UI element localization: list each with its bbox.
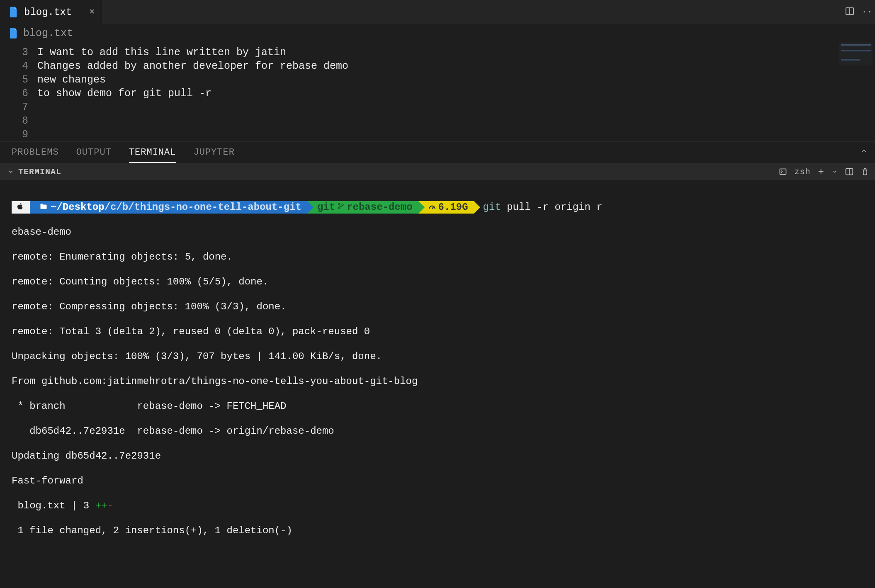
terminal-shell-icon[interactable] <box>779 168 787 176</box>
terminal[interactable]: ~/Desktop/c/b/things-no-one-tell-about-g… <box>0 180 875 588</box>
terminal-command: git pull -r origin r <box>483 201 603 214</box>
line-number: 9 <box>0 128 28 141</box>
code-line[interactable]: Changes added by another developer for r… <box>37 59 348 73</box>
code-line[interactable]: new changes <box>37 73 348 87</box>
minimap[interactable] <box>839 42 873 66</box>
split-editor-icon[interactable] <box>845 7 854 18</box>
terminal-output-line: 1 file changed, 2 insertions(+), 1 delet… <box>12 525 863 537</box>
gauge-icon <box>428 201 436 214</box>
line-number: 7 <box>0 100 28 114</box>
prompt-disk-segment: 6.19G <box>418 201 474 214</box>
svg-point-5 <box>338 203 340 205</box>
more-actions-icon[interactable]: ·· <box>862 7 873 17</box>
tab-jupyter[interactable]: JUPYTER <box>193 142 234 163</box>
terminal-header-label: TERMINAL <box>18 167 61 177</box>
terminal-output-line: remote: Counting objects: 100% (5/5), do… <box>12 276 863 288</box>
code-lines[interactable]: I want to add this line written by jatin… <box>37 46 348 141</box>
folder-icon <box>40 201 47 214</box>
terminal-output-line: db65d42..7e2931e rebase-demo -> origin/r… <box>12 425 863 437</box>
svg-point-7 <box>342 204 343 206</box>
svg-rect-2 <box>780 169 786 174</box>
chevron-down-icon[interactable] <box>7 168 14 175</box>
terminal-prompt: ~/Desktop/c/b/things-no-one-tell-about-g… <box>12 201 863 214</box>
panel-chevron-up-icon[interactable] <box>860 147 868 158</box>
tab-filename: blog.txt <box>24 7 72 18</box>
file-icon <box>9 7 18 17</box>
trash-icon[interactable] <box>861 168 869 176</box>
branch-icon <box>338 201 344 214</box>
tab-bar: blog.txt × ·· <box>0 0 875 24</box>
code-line[interactable]: I want to add this line written by jatin <box>37 46 348 59</box>
terminal-output-line: Updating db65d42..7e2931e <box>12 450 863 462</box>
terminal-output-line: blog.txt | 3 ++- <box>12 500 863 512</box>
prompt-os-segment <box>12 201 30 214</box>
line-number: 5 <box>0 73 28 87</box>
tab-terminal[interactable]: TERMINAL <box>129 142 176 163</box>
terminal-output-line: remote: Compressing objects: 100% (3/3),… <box>12 301 863 313</box>
terminal-output-line: Fast-forward <box>12 475 863 487</box>
editor[interactable]: 3456789 I want to add this line written … <box>0 42 875 141</box>
breadcrumb-filename: blog.txt <box>23 27 73 39</box>
terminal-header: TERMINAL zsh + <box>0 163 875 180</box>
line-gutter: 3456789 <box>0 46 37 141</box>
prompt-path-segment: ~/Desktop/c/b/things-no-one-tell-about-g… <box>30 201 307 214</box>
line-number: 3 <box>0 46 28 59</box>
file-icon <box>9 28 18 39</box>
line-number: 6 <box>0 87 28 100</box>
chevron-down-icon[interactable] <box>832 169 838 175</box>
new-terminal-icon[interactable]: + <box>818 166 824 177</box>
apple-icon <box>17 201 24 214</box>
terminal-output-line: remote: Total 3 (delta 2), reused 0 (del… <box>12 326 863 338</box>
tabbar-actions: ·· <box>845 0 873 24</box>
split-terminal-icon[interactable] <box>845 168 853 176</box>
terminal-output-line: Unpacking objects: 100% (3/3), 707 bytes… <box>12 350 863 363</box>
svg-line-8 <box>432 207 434 209</box>
line-number: 8 <box>0 114 28 128</box>
prompt-git-segment: git rebase-demo <box>307 201 418 214</box>
terminal-output-line: remote: Enumerating objects: 5, done. <box>12 251 863 263</box>
panel-tabs: PROBLEMS OUTPUT TERMINAL JUPYTER <box>0 141 875 163</box>
terminal-output-line: From github.com:jatinmehrotra/things-no-… <box>12 375 863 388</box>
terminal-shell-name[interactable]: zsh <box>795 167 811 177</box>
close-icon[interactable]: × <box>78 7 95 17</box>
editor-tab[interactable]: blog.txt × <box>0 0 102 24</box>
svg-point-6 <box>338 207 340 209</box>
code-line[interactable]: to show demo for git pull -r <box>37 87 348 100</box>
line-number: 4 <box>0 59 28 73</box>
breadcrumb[interactable]: blog.txt <box>0 24 875 42</box>
tab-problems[interactable]: PROBLEMS <box>12 142 59 163</box>
tab-output[interactable]: OUTPUT <box>76 142 112 163</box>
terminal-output-line: * branch rebase-demo -> FETCH_HEAD <box>12 400 863 413</box>
terminal-output-line: ebase-demo <box>12 226 863 238</box>
